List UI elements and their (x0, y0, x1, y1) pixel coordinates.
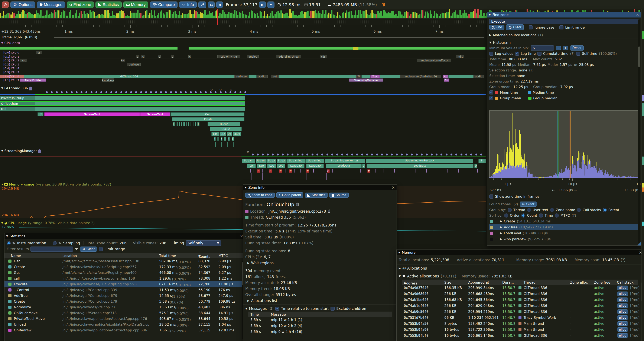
message-marker-icon[interactable]: ▽ (247, 151, 249, 154)
statistics-button[interactable]: Statistics (96, 2, 122, 8)
zone-block[interactable] (179, 122, 180, 126)
find-button[interactable]: Find (489, 25, 504, 30)
zone-LoadDaU[interactable]: LoadDaU (288, 164, 304, 168)
sort-by-option[interactable]: Time (545, 213, 553, 217)
zone-block[interactable] (188, 122, 189, 126)
col-zone-alloc[interactable]: Zone alloc (570, 280, 588, 284)
alloc-callstack-button[interactable]: alloc (617, 297, 628, 302)
alloc-callstack-button[interactable]: alloc (617, 303, 628, 308)
zone-c[interactable]: c (158, 55, 161, 58)
alloc-callstack-button[interactable]: alloc (617, 291, 628, 296)
zone-!S[interactable]: !S (39, 112, 42, 116)
group-by-option[interactable]: Call stacks (583, 208, 601, 212)
table-row[interactable]: PrivateTouchMovejni/../jni/src/claw/appl… (4, 316, 245, 321)
found-zone-group[interactable]: ▶AddTree(18,542) 227.19 ms (489, 224, 639, 230)
zone-ScreenText[interactable]: ScreenText (44, 112, 140, 116)
funnel-icon[interactable] (75, 248, 78, 250)
sort-by-radio-mtpc[interactable] (555, 213, 559, 217)
expand-icon[interactable]: ▶ (500, 226, 502, 229)
zone-LoadData[interactable]: LoadData (366, 164, 474, 168)
close-icon[interactable]: × (392, 186, 395, 189)
zone-Strea[interactable]: Strea (277, 159, 286, 163)
zone-Au[interactable]: Au (444, 79, 449, 82)
zone-([interactable]: ( (221, 137, 222, 141)
zone-c[interactable]: c (188, 55, 191, 58)
clear-filter-button[interactable]: ⊗Clear (80, 246, 97, 252)
zone-ULo[interactable]: ULo (220, 132, 226, 136)
clear-found-button[interactable]: ⊗Clear (520, 202, 537, 207)
zone-block[interactable] (195, 122, 196, 126)
source-button[interactable]: Source (329, 193, 349, 198)
zone-block[interactable] (38, 112, 39, 116)
zone-U[interactable]: U (362, 164, 365, 168)
zone-info-titlebar[interactable]: ▼ Zone info × (243, 185, 396, 190)
zone-|~[interactable]: |~ (224, 137, 226, 141)
time-relative-checkbox[interactable] (275, 307, 280, 311)
table-row[interactable]: ~Controljni/../jni/src/guif/Control.cpp:… (4, 287, 245, 293)
zone-statistics-button[interactable]: Statistics (305, 193, 328, 198)
statistics-titlebar[interactable]: ▼ Statistics × (4, 233, 245, 239)
zone-cds_ol_rx_thr[interactable]: cds_ol_rx_thr (217, 55, 240, 58)
alloc-callstack-button[interactable]: alloc (617, 315, 628, 320)
message-marker-icon[interactable]: ▽ (220, 88, 222, 92)
zone-block[interactable] (193, 122, 194, 126)
col-total-time[interactable]: Total time (159, 254, 176, 258)
zone-mi.t[interactable]: mi.t (456, 55, 464, 58)
zone-c[interactable]: c (136, 55, 139, 58)
reset-button[interactable]: Reset (570, 46, 584, 51)
decrement-button[interactable]: - (556, 46, 561, 50)
close-icon[interactable]: × (636, 13, 639, 17)
zone-c[interactable]: c (171, 55, 174, 58)
zone-St[interactable]: St (478, 159, 486, 163)
cpu-row[interactable]: [0:4] CPU 4 (0, 67, 486, 70)
find-zone-titlebar[interactable]: ▼ Find zone × (487, 12, 641, 18)
zone-LoU[interactable]: LoU (257, 164, 266, 168)
zone-block[interactable] (177, 122, 178, 126)
zone-ScreenText[interactable]: ScreenText (140, 112, 170, 116)
zone-os[interactable]: os (36, 51, 42, 54)
alloc-callstack-button[interactable]: alloc (617, 327, 628, 331)
cpu-data-header[interactable]: ▼ CPU data (1, 41, 20, 45)
zone-audio.se[interactable]: audio.se (234, 75, 248, 78)
message-marker-icon[interactable]: ▽ (230, 88, 232, 92)
zone-call[interactable]: call (0, 107, 245, 111)
cpu-row[interactable]: [1:0] CPU 6GLTGLThread 336audio.seaudio.… (0, 75, 486, 78)
alloc-callstack-button[interactable]: alloc (617, 333, 628, 337)
zone-Streaming[interactable]: Streaming (306, 159, 324, 163)
filter-input[interactable] (30, 246, 73, 252)
group-by-option[interactable]: Zone name (556, 208, 575, 212)
memory-button[interactable]: Memory (124, 2, 148, 8)
zone-aut[interactable]: aut (271, 75, 279, 78)
sort-by-radio-count[interactable] (521, 213, 525, 217)
message-row[interactable]: 5.59 smip 11 w 1 h 1 (1) (248, 317, 392, 323)
log-time-checkbox[interactable] (515, 52, 519, 56)
increment-button[interactable]: + (562, 46, 568, 50)
zone-U[interactable]: U (474, 164, 477, 168)
limit-range-checkbox[interactable] (99, 247, 103, 251)
go-to-parent-button[interactable]: Go to parent (276, 192, 303, 198)
table-row[interactable]: Normalizejni/../jni/src/claw/vfs/Vfs.cpp… (4, 304, 245, 310)
col-size[interactable]: Size (444, 280, 451, 284)
messages-button[interactable]: Messages (37, 2, 65, 8)
found-zone-group[interactable]: ▶LoadLevel(18) 406.88 µs (489, 230, 639, 236)
zone-C[interactable]: C (269, 169, 272, 173)
timing-dropdown[interactable]: Self only▼ (186, 240, 221, 246)
col-mtpc[interactable]: MTPC (218, 254, 228, 258)
find-zone-query-input[interactable]: Execute (489, 19, 638, 24)
zone-PrivateTouchUp[interactable]: PrivateTouchUp (0, 96, 245, 100)
prev-frame-button[interactable]: ◀ (216, 2, 223, 8)
find-zone-scrollbar[interactable] (638, 20, 640, 243)
expand-icon[interactable]: ▶ (500, 220, 502, 223)
help-icon[interactable]: (?) (621, 258, 626, 262)
group-mean-checkbox[interactable] (489, 96, 493, 100)
glthread-header[interactable]: ▼ GLThread 336 (1, 86, 32, 90)
zone-block[interactable] (279, 75, 356, 78)
message-row[interactable]: 5.59 smip 10 w 2 h 2 (4) (248, 323, 392, 329)
alloc-callstack-button[interactable]: alloc (617, 321, 628, 326)
col-appeared[interactable]: Appeared at (468, 280, 489, 284)
zone-cds_ol_rx_threa[interactable]: cds_ol_rx_threa (276, 55, 301, 58)
zone-Strea[interactable]: Strea (266, 159, 276, 163)
zone-audio.[interactable]: audio. (256, 75, 268, 78)
zone-audiose[interactable]: audiose (127, 63, 141, 66)
zone-block[interactable] (190, 122, 191, 126)
